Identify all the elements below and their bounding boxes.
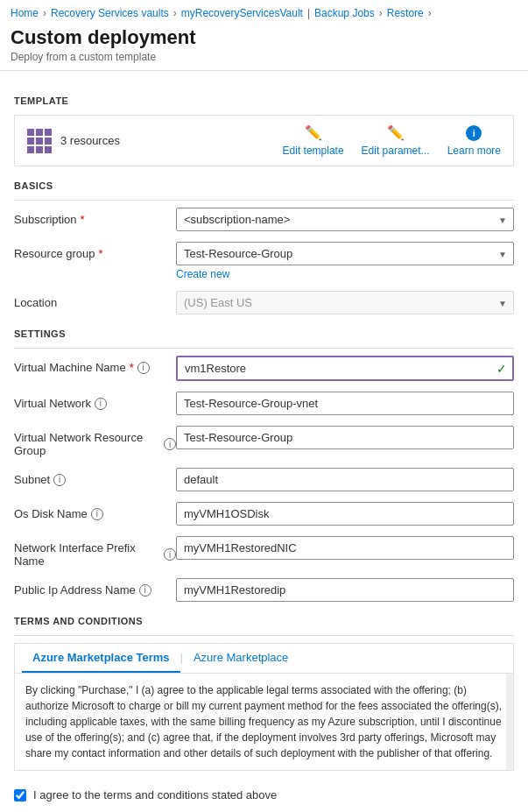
- page-subtitle: Deploy from a custom template: [11, 51, 517, 63]
- vm-name-input-wrapper: ✓: [176, 356, 514, 381]
- subnet-control: [176, 468, 514, 491]
- location-label: Location: [14, 291, 176, 309]
- os-disk-input[interactable]: [176, 502, 514, 526]
- subscription-control: <subscription-name> ▼: [176, 208, 514, 231]
- learn-more-icon: i: [466, 125, 482, 141]
- page-header: Custom deployment Deploy from a custom t…: [0, 23, 528, 71]
- location-form-group: Location (US) East US ▼: [14, 291, 514, 314]
- public-ip-info-icon[interactable]: i: [139, 584, 151, 597]
- basics-divider: [14, 200, 514, 201]
- breadcrumb-recovery-vaults[interactable]: Recovery Services vaults: [51, 7, 169, 19]
- vm-name-label: Virtual Machine Name * i: [14, 356, 176, 374]
- nic-form-group: Network Interface Prefix Name i: [14, 536, 514, 568]
- breadcrumb: Home › Recovery Services vaults › myReco…: [0, 0, 528, 23]
- settings-divider: [14, 348, 514, 349]
- agree-checkbox[interactable]: [14, 789, 26, 801]
- vm-name-required: *: [130, 361, 134, 374]
- subnet-form-group: Subnet i: [14, 468, 514, 491]
- os-disk-info-icon[interactable]: i: [91, 508, 103, 520]
- vm-name-input[interactable]: [176, 356, 514, 381]
- settings-section-label: SETTINGS: [14, 328, 514, 339]
- public-ip-control: [176, 578, 514, 602]
- edit-template-label: Edit template: [283, 145, 344, 157]
- breadcrumb-sep-4: ›: [379, 7, 383, 19]
- subnet-label: Subnet i: [14, 468, 176, 486]
- resources-grid-icon: [27, 129, 52, 153]
- vnet-rg-info-icon[interactable]: i: [164, 438, 176, 450]
- vnet-label: Virtual Network i: [14, 392, 176, 410]
- terms-section-label: TERMS AND CONDITIONS: [14, 616, 514, 626]
- vnet-rg-input[interactable]: [176, 426, 514, 449]
- terms-text: By clicking "Purchase," I (a) agree to t…: [25, 682, 503, 761]
- resource-group-label: Resource group *: [14, 242, 176, 260]
- breadcrumb-sep-5: ›: [428, 7, 432, 19]
- public-ip-label: Public Ip Address Name i: [14, 578, 176, 597]
- vnet-rg-label: Virtual Network Resource Group i: [14, 426, 176, 457]
- location-select[interactable]: (US) East US: [176, 291, 514, 314]
- page-title: Custom deployment: [11, 26, 517, 49]
- create-new-link[interactable]: Create new: [176, 268, 514, 280]
- public-ip-input[interactable]: [176, 578, 514, 602]
- terms-section: Azure Marketplace Terms | Azure Marketpl…: [14, 643, 514, 771]
- location-select-wrapper: (US) East US ▼: [176, 291, 514, 314]
- vnet-info-icon[interactable]: i: [95, 398, 107, 410]
- nic-control: [176, 536, 514, 560]
- terms-tab-azure[interactable]: Azure Marketplace: [183, 644, 299, 673]
- edit-template-button[interactable]: ✏️ Edit template: [283, 124, 344, 157]
- terms-tabs: Azure Marketplace Terms | Azure Marketpl…: [15, 644, 513, 674]
- location-control: (US) East US ▼: [176, 291, 514, 314]
- subscription-select[interactable]: <subscription-name>: [176, 208, 514, 231]
- breadcrumb-restore[interactable]: Restore: [387, 7, 424, 19]
- terms-scrollbar[interactable]: [506, 674, 513, 770]
- resources-count: 3 resources: [60, 134, 120, 147]
- subscription-select-wrapper: <subscription-name> ▼: [176, 208, 514, 231]
- agree-checkbox-group: I agree to the terms and conditions stat…: [14, 781, 514, 808]
- edit-template-icon: ✏️: [305, 124, 322, 141]
- subscription-group: Subscription * <subscription-name> ▼: [14, 208, 514, 231]
- edit-parameters-label: Edit paramet...: [362, 145, 430, 157]
- breadcrumb-sep-2: ›: [173, 7, 177, 19]
- resource-group-select[interactable]: Test-Resource-Group: [176, 242, 514, 265]
- nic-info-icon[interactable]: i: [164, 548, 176, 561]
- terms-divider: [14, 635, 514, 636]
- resource-group-control: Test-Resource-Group ▼ Create new: [176, 242, 514, 280]
- vm-name-control: ✓: [176, 356, 514, 381]
- agree-label[interactable]: I agree to the terms and conditions stat…: [33, 788, 277, 801]
- vm-name-check-icon: ✓: [496, 362, 507, 376]
- learn-more-label: Learn more: [447, 145, 501, 157]
- breadcrumb-sep-1: ›: [43, 7, 46, 19]
- edit-parameters-button[interactable]: ✏️ Edit paramet...: [362, 124, 430, 157]
- vnet-rg-control: [176, 426, 514, 449]
- nic-label: Network Interface Prefix Name i: [14, 536, 176, 568]
- resource-group-required: *: [99, 247, 103, 260]
- basics-section-label: BASICS: [14, 180, 514, 191]
- vm-name-info-icon[interactable]: i: [137, 362, 150, 374]
- template-section-label: TEMPLATE: [14, 95, 514, 106]
- resource-group-form-group: Resource group * Test-Resource-Group ▼ C…: [14, 242, 514, 280]
- subnet-input[interactable]: [176, 468, 514, 491]
- terms-tab-marketplace[interactable]: Azure Marketplace Terms: [22, 644, 180, 673]
- os-disk-control: [176, 502, 514, 526]
- vnet-input[interactable]: [176, 392, 514, 415]
- nic-input[interactable]: [176, 536, 514, 560]
- template-section: 3 resources ✏️ Edit template ✏️ Edit par…: [14, 115, 514, 166]
- learn-more-button[interactable]: i Learn more: [447, 125, 501, 157]
- subscription-label: Subscription *: [14, 208, 176, 226]
- subnet-info-icon[interactable]: i: [53, 474, 66, 486]
- terms-body: By clicking "Purchase," I (a) agree to t…: [15, 674, 513, 770]
- os-disk-form-group: Os Disk Name i: [14, 502, 514, 526]
- template-resources: 3 resources: [27, 129, 120, 153]
- template-actions: ✏️ Edit template ✏️ Edit paramet... i Le…: [283, 124, 501, 157]
- resource-group-select-wrapper: Test-Resource-Group ▼: [176, 242, 514, 265]
- breadcrumb-home[interactable]: Home: [11, 7, 39, 19]
- os-disk-label: Os Disk Name i: [14, 502, 176, 520]
- breadcrumb-backup-jobs[interactable]: Backup Jobs: [314, 7, 375, 19]
- vm-name-form-group: Virtual Machine Name * i ✓: [14, 356, 514, 381]
- public-ip-form-group: Public Ip Address Name i: [14, 578, 514, 602]
- vnet-form-group: Virtual Network i: [14, 392, 514, 415]
- vnet-control: [176, 392, 514, 415]
- edit-parameters-icon: ✏️: [387, 124, 405, 141]
- breadcrumb-vault[interactable]: myRecoveryServicesVault: [181, 7, 303, 19]
- breadcrumb-sep-3: |: [307, 7, 310, 19]
- vnet-rg-form-group: Virtual Network Resource Group i: [14, 426, 514, 457]
